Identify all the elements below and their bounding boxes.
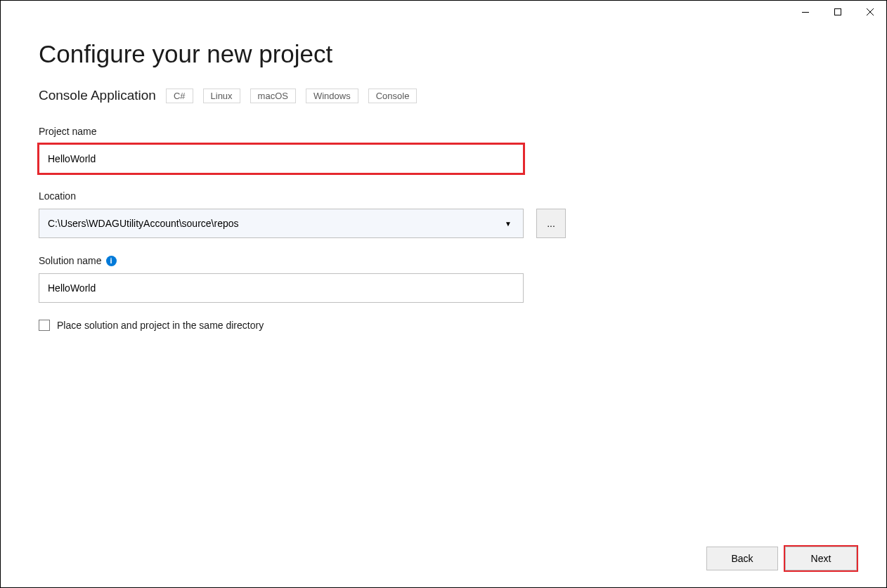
same-directory-checkbox[interactable] <box>39 320 50 331</box>
page-title: Configure your new project <box>39 40 848 68</box>
browse-button[interactable]: ... <box>536 209 566 238</box>
location-combo[interactable]: C:\Users\WDAGUtilityAccount\source\repos… <box>39 209 524 238</box>
maximize-button[interactable] <box>822 1 854 23</box>
same-directory-label: Place solution and project in the same d… <box>57 320 264 331</box>
tag-platform-windows: Windows <box>306 89 358 103</box>
minimize-button[interactable] <box>789 1 822 23</box>
svg-rect-0 <box>802 12 809 13</box>
solution-name-input[interactable] <box>39 273 524 303</box>
location-value: C:\Users\WDAGUtilityAccount\source\repos <box>48 218 239 229</box>
tag-language: C# <box>166 89 193 103</box>
solution-name-label-text: Solution name <box>39 255 102 266</box>
template-info-row: Console Application C# Linux macOS Windo… <box>39 88 848 103</box>
template-name: Console Application <box>39 88 156 103</box>
info-icon[interactable]: i <box>106 256 117 266</box>
back-button[interactable]: Back <box>706 547 778 570</box>
close-button[interactable] <box>854 1 886 23</box>
svg-rect-1 <box>835 9 841 15</box>
tag-platform-macos: macOS <box>250 89 296 103</box>
project-name-input[interactable] <box>39 144 524 174</box>
solution-name-label: Solution name i <box>39 255 848 266</box>
location-label: Location <box>39 190 848 202</box>
tag-platform-linux: Linux <box>203 89 240 103</box>
project-name-label: Project name <box>39 126 848 137</box>
tag-project-type: Console <box>368 89 417 103</box>
chevron-down-icon: ▼ <box>505 220 512 228</box>
next-button[interactable]: Next <box>785 547 857 570</box>
